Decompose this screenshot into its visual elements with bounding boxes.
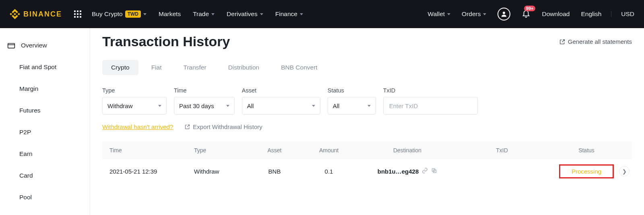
svg-rect-2 bbox=[80, 10, 81, 12]
sidebar-item-label: Fiat and Spot bbox=[19, 63, 56, 71]
main-content: Transaction History Generate all stateme… bbox=[90, 28, 644, 215]
chevron-down-icon bbox=[226, 105, 229, 107]
notification-badge: 99+ bbox=[524, 6, 536, 11]
nav-download[interactable]: Download bbox=[542, 10, 570, 18]
nav-label: Derivatives bbox=[227, 10, 258, 18]
filter-label-status: Status bbox=[328, 87, 376, 94]
chevron-down-icon bbox=[211, 13, 215, 15]
chevron-down-icon bbox=[367, 105, 371, 107]
svg-rect-3 bbox=[74, 13, 76, 15]
chevron-down-icon bbox=[300, 13, 303, 15]
nav-derivatives[interactable]: Derivatives bbox=[227, 10, 263, 18]
cell-time: 2021-05-21 12:39 bbox=[109, 168, 194, 175]
wallet-icon bbox=[7, 41, 15, 49]
filter-label-asset: Asset bbox=[242, 87, 320, 94]
svg-rect-0 bbox=[74, 10, 76, 12]
nav-label: English bbox=[581, 10, 601, 18]
divider bbox=[611, 11, 611, 17]
cell-type: Withdraw bbox=[194, 168, 250, 175]
sidebar-item-futures[interactable]: Futures bbox=[0, 100, 90, 121]
filter-label-time: Time bbox=[174, 87, 235, 94]
cell-status: Processing bbox=[548, 164, 625, 178]
sidebar-item-label: Overview bbox=[21, 42, 47, 49]
status-badge: Processing bbox=[559, 164, 614, 178]
account-avatar[interactable] bbox=[497, 8, 510, 20]
page-title: Transaction History bbox=[102, 34, 230, 49]
copy-icon[interactable] bbox=[431, 168, 437, 175]
nav-markets[interactable]: Markets bbox=[159, 10, 181, 18]
nav-label: Orders bbox=[462, 10, 481, 18]
actions-row: Withdrawal hasn't arrived? Export Withdr… bbox=[102, 123, 632, 130]
export-history-link[interactable]: Export Withdrawal History bbox=[184, 123, 262, 130]
nav-buy-crypto[interactable]: Buy Crypto TWD bbox=[92, 10, 147, 18]
col-header-destination: Destination bbox=[359, 147, 456, 154]
txid-input[interactable] bbox=[388, 102, 473, 110]
nav-trade[interactable]: Trade bbox=[193, 10, 215, 18]
withdrawal-not-arrived-link[interactable]: Withdrawal hasn't arrived? bbox=[102, 123, 173, 130]
nav-currency[interactable]: USD bbox=[621, 10, 634, 18]
sidebar-item-vanilla-options[interactable]: Vanilla Options bbox=[0, 208, 90, 215]
sidebar-item-card[interactable]: Card bbox=[0, 165, 90, 186]
chevron-down-icon bbox=[143, 13, 147, 15]
sidebar-item-pool[interactable]: Pool bbox=[0, 186, 90, 208]
col-header-time: Time bbox=[109, 147, 194, 154]
svg-point-9 bbox=[503, 12, 505, 14]
nav-wallet[interactable]: Wallet bbox=[428, 10, 451, 18]
filter-time-select[interactable]: Past 30 days bbox=[174, 97, 235, 115]
chevron-down-icon bbox=[260, 13, 263, 15]
col-header-asset: Asset bbox=[250, 147, 299, 154]
tabs: Crypto Fiat Transfer Distribution BNB Co… bbox=[102, 60, 632, 75]
notifications-button[interactable]: 99+ bbox=[522, 9, 530, 19]
col-header-amount: Amount bbox=[299, 147, 359, 154]
sidebar-item-p2p[interactable]: P2P bbox=[0, 121, 90, 143]
generate-statements-link[interactable]: Generate all statements bbox=[559, 38, 632, 45]
chevron-down-icon bbox=[312, 105, 315, 107]
sidebar-item-overview[interactable]: Overview bbox=[0, 35, 90, 56]
filters-row: Type Withdraw Time Past 30 days Asset Al… bbox=[102, 87, 632, 115]
filter-value: All bbox=[247, 102, 254, 109]
nav-label: Finance bbox=[275, 10, 297, 18]
col-header-type: Type bbox=[194, 147, 250, 154]
nav-orders[interactable]: Orders bbox=[462, 10, 486, 18]
sidebar-item-label: Card bbox=[19, 172, 33, 179]
brand-logo[interactable]: BINANCE bbox=[10, 9, 62, 19]
sidebar: Overview Fiat and Spot Margin Futures P2… bbox=[0, 28, 90, 215]
filter-value: Past 30 days bbox=[179, 102, 214, 109]
nav-finance[interactable]: Finance bbox=[275, 10, 303, 18]
sidebar-item-label: Margin bbox=[19, 85, 38, 92]
filter-value: Withdraw bbox=[107, 102, 133, 109]
filter-status-select[interactable]: All bbox=[328, 97, 376, 115]
svg-rect-8 bbox=[80, 16, 81, 18]
cell-destination: bnb1u…eg428 bbox=[359, 168, 456, 175]
svg-rect-5 bbox=[80, 13, 81, 15]
sidebar-item-label: P2P bbox=[19, 129, 31, 136]
filter-type-select[interactable]: Withdraw bbox=[102, 97, 167, 115]
chevron-down-icon bbox=[158, 105, 161, 107]
transactions-table: Time Type Asset Amount Destination TxID … bbox=[102, 141, 632, 183]
filter-asset-select[interactable]: All bbox=[242, 97, 320, 115]
sidebar-item-fiat-spot[interactable]: Fiat and Spot bbox=[0, 56, 90, 78]
tab-bnb-convert[interactable]: BNB Convert bbox=[272, 60, 326, 75]
sidebar-item-label: Futures bbox=[19, 107, 41, 114]
svg-rect-10 bbox=[8, 43, 15, 48]
nav-label: Wallet bbox=[428, 10, 445, 18]
nav-label: USD bbox=[621, 10, 634, 18]
tab-fiat[interactable]: Fiat bbox=[142, 60, 171, 75]
tab-distribution[interactable]: Distribution bbox=[219, 60, 268, 75]
expand-row-button[interactable]: ❯ bbox=[619, 166, 630, 176]
svg-rect-1 bbox=[77, 10, 78, 12]
apps-grid-icon[interactable] bbox=[74, 10, 81, 18]
sidebar-item-margin[interactable]: Margin bbox=[0, 78, 90, 100]
link-icon[interactable] bbox=[422, 168, 428, 175]
nav-label: Markets bbox=[159, 10, 181, 18]
sidebar-item-label: Pool bbox=[19, 194, 32, 201]
filter-label-txid: TxID bbox=[383, 87, 478, 94]
tab-transfer[interactable]: Transfer bbox=[175, 60, 215, 75]
destination-value: bnb1u…eg428 bbox=[378, 168, 419, 175]
tab-crypto[interactable]: Crypto bbox=[102, 60, 138, 75]
sidebar-item-label: Earn bbox=[19, 150, 33, 158]
binance-logo-icon bbox=[10, 9, 20, 19]
nav-language[interactable]: English bbox=[581, 10, 601, 18]
sidebar-item-earn[interactable]: Earn bbox=[0, 143, 90, 165]
svg-rect-6 bbox=[74, 16, 76, 18]
